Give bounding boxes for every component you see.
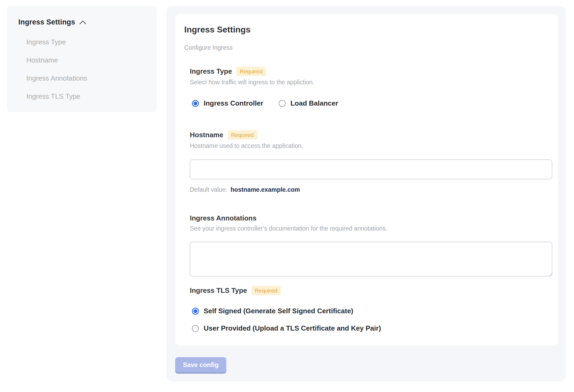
radio-self-signed[interactable]: Self Signed (Generate Self Signed Certif…: [192, 307, 552, 315]
radio-load-balancer-label: Load Balancer: [290, 99, 338, 107]
sidebar-item-ingress-tls-type[interactable]: Ingress TLS Type: [26, 92, 147, 100]
ingress-type-heading: Ingress Type Required: [190, 67, 552, 76]
default-value-prefix: Default value:: [190, 186, 227, 193]
radio-button-icon: [192, 325, 199, 332]
ingress-type-label: Ingress Type: [190, 67, 232, 76]
ingress-settings-card: Ingress Settings Configure Ingress Ingre…: [175, 14, 558, 346]
ingress-type-radio-group: Ingress Controller Load Balancer: [190, 99, 552, 107]
sidebar-item-hostname[interactable]: Hostname: [26, 56, 147, 64]
radio-button-icon: [192, 100, 199, 107]
page-title: Ingress Settings: [184, 25, 552, 35]
radio-user-provided[interactable]: User Provided (Upload a TLS Certificate …: [192, 324, 552, 332]
settings-sidebar: Ingress Settings Ingress Type Hostname I…: [7, 6, 157, 112]
tls-radio-group: Self Signed (Generate Self Signed Certif…: [190, 307, 552, 332]
radio-user-provided-label: User Provided (Upload a TLS Certificate …: [204, 324, 381, 332]
section-hostname: Hostname Required Hostname used to acces…: [190, 130, 552, 193]
chevron-up-icon: [79, 20, 86, 24]
default-value-text: hostname.example.com: [231, 186, 300, 193]
required-badge: Required: [236, 67, 266, 76]
sidebar-item-ingress-type[interactable]: Ingress Type: [26, 38, 147, 46]
radio-ingress-controller-label: Ingress Controller: [204, 99, 263, 107]
hostname-heading: Hostname Required: [190, 130, 552, 140]
radio-load-balancer[interactable]: Load Balancer: [279, 99, 338, 107]
radio-ingress-controller[interactable]: Ingress Controller: [192, 99, 263, 107]
required-badge: Required: [251, 286, 281, 295]
sidebar-item-ingress-annotations[interactable]: Ingress Annotations: [26, 74, 147, 82]
annotations-label: Ingress Annotations: [190, 214, 256, 222]
tls-label: Ingress TLS Type: [190, 286, 247, 295]
section-ingress-type: Ingress Type Required Select how traffic…: [190, 67, 552, 107]
radio-button-icon: [192, 308, 199, 315]
hostname-input[interactable]: [190, 160, 552, 179]
sidebar-items: Ingress Type Hostname Ingress Annotation…: [18, 38, 147, 100]
ingress-type-description: Select how traffic will ingress to the a…: [190, 79, 552, 86]
radio-button-icon: [279, 100, 286, 107]
hostname-default-line: Default value: hostname.example.com: [190, 186, 552, 193]
annotations-description: See your ingress controller’s documentat…: [190, 225, 552, 232]
save-config-button[interactable]: Save config: [175, 357, 226, 372]
sidebar-section-toggle[interactable]: Ingress Settings: [18, 18, 147, 26]
required-badge: Required: [228, 130, 257, 140]
sidebar-section-title: Ingress Settings: [18, 18, 75, 26]
tls-heading: Ingress TLS Type Required: [190, 286, 552, 295]
ingress-settings-panel: Ingress Settings Configure Ingress Ingre…: [166, 6, 566, 382]
section-ingress-annotations: Ingress Annotations See your ingress con…: [190, 214, 552, 276]
hostname-label: Hostname: [190, 131, 223, 139]
page-subtitle: Configure Ingress: [184, 44, 552, 51]
annotations-textarea[interactable]: [190, 242, 552, 276]
form-sections: Ingress Type Required Select how traffic…: [190, 67, 552, 332]
annotations-heading: Ingress Annotations: [190, 214, 552, 222]
radio-self-signed-label: Self Signed (Generate Self Signed Certif…: [204, 307, 353, 315]
hostname-description: Hostname used to access the application.: [190, 142, 552, 149]
section-ingress-tls-type: Ingress TLS Type Required Self Signed (G…: [190, 286, 552, 332]
